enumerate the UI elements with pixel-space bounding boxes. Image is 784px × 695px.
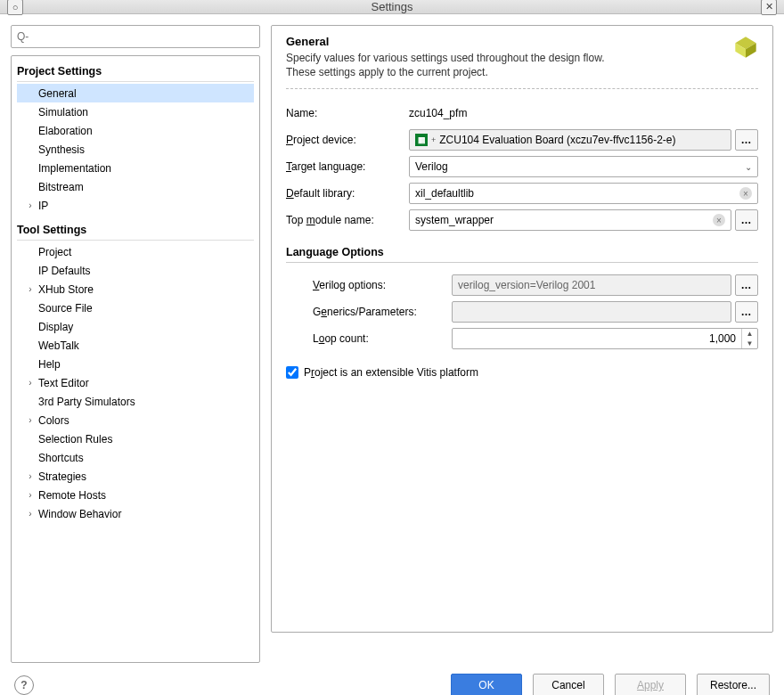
- expand-icon[interactable]: ›: [22, 378, 38, 388]
- tool-settings-item-3rd-party-simulators[interactable]: 3rd Party Simulators: [17, 392, 254, 411]
- cancel-button[interactable]: Cancel: [533, 674, 604, 695]
- help-button[interactable]: ?: [14, 675, 34, 695]
- tool-settings-tree: ProjectIP Defaults›XHub StoreSource File…: [17, 242, 254, 523]
- apply-button[interactable]: Apply: [615, 674, 686, 695]
- ok-button[interactable]: OK: [451, 674, 522, 695]
- project-device-field[interactable]: ▦ + ZCU104 Evaluation Board (xczu7ev-ffv…: [409, 129, 731, 151]
- tool-settings-item-xhub-store[interactable]: ›XHub Store: [17, 280, 254, 298]
- tree-item-label: WebTalk: [38, 339, 79, 352]
- default-library-label: Default library:: [286, 187, 402, 200]
- tool-settings-item-strategies[interactable]: ›Strategies: [17, 467, 254, 486]
- tree-item-label: Strategies: [38, 470, 86, 483]
- expand-icon[interactable]: ›: [22, 284, 38, 294]
- expand-icon[interactable]: ›: [22, 490, 38, 500]
- board-icon: ▦: [415, 134, 428, 146]
- tree-item-label: General: [38, 87, 77, 100]
- language-options-header: Language Options: [286, 246, 758, 258]
- expand-icon[interactable]: ›: [22, 415, 38, 425]
- tree-item-label: Simulation: [38, 106, 88, 119]
- tool-settings-item-webtalk[interactable]: WebTalk: [17, 336, 254, 355]
- tool-settings-item-help[interactable]: Help: [17, 355, 254, 373]
- verilog-options-field: verilog_version=Verilog 2001: [452, 274, 731, 296]
- tree-item-label: Display: [38, 321, 73, 333]
- target-language-label: Target language:: [286, 160, 402, 173]
- tool-settings-item-colors[interactable]: ›Colors: [17, 411, 254, 429]
- tool-settings-item-text-editor[interactable]: ›Text Editor: [17, 373, 254, 392]
- project-settings-item-ip[interactable]: ›IP: [17, 196, 254, 215]
- verilog-options-label: Verilog options:: [313, 279, 445, 291]
- tool-settings-item-remote-hosts[interactable]: ›Remote Hosts: [17, 486, 254, 504]
- tree-item-label: IP: [38, 200, 48, 212]
- tool-settings-item-selection-rules[interactable]: Selection Rules: [17, 429, 254, 448]
- expand-icon[interactable]: ›: [22, 509, 38, 519]
- tree-item-label: Window Behavior: [38, 508, 121, 520]
- tree-item-label: Source File: [38, 302, 93, 315]
- close-window-button[interactable]: ✕: [761, 0, 777, 15]
- project-device-label: Project device:: [286, 134, 402, 146]
- project-settings-item-bitstream[interactable]: Bitstream: [17, 177, 254, 196]
- generics-browse-button[interactable]: …: [735, 301, 758, 323]
- tool-settings-item-ip-defaults[interactable]: IP Defaults: [17, 261, 254, 280]
- project-device-browse-button[interactable]: …: [735, 129, 758, 151]
- top-module-label: Top module name:: [286, 214, 402, 226]
- tree-item-label: IP Defaults: [38, 265, 90, 277]
- project-settings-tree: GeneralSimulationElaborationSynthesisImp…: [17, 84, 254, 215]
- project-settings-item-elaboration[interactable]: Elaboration: [17, 121, 254, 140]
- verilog-options-browse-button[interactable]: …: [735, 274, 758, 296]
- dialog-button-bar: ? OK Cancel Apply Restore...: [0, 674, 784, 695]
- project-settings-header: Project Settings: [17, 61, 254, 82]
- tree-item-label: Colors: [38, 414, 69, 427]
- name-label: Name:: [286, 107, 402, 119]
- tree-item-label: XHub Store: [38, 283, 94, 296]
- tool-settings-item-project[interactable]: Project: [17, 242, 254, 261]
- search-input[interactable]: [11, 25, 260, 48]
- extensible-platform-checkbox[interactable]: [286, 366, 298, 379]
- default-library-input[interactable]: xil_defaultlib ×: [409, 183, 758, 204]
- project-settings-item-implementation[interactable]: Implementation: [17, 159, 254, 177]
- clear-icon[interactable]: ×: [713, 214, 725, 226]
- expand-icon[interactable]: ›: [22, 200, 38, 210]
- clear-icon[interactable]: ×: [739, 187, 752, 200]
- project-settings-item-simulation[interactable]: Simulation: [17, 102, 254, 121]
- expand-icon[interactable]: ›: [22, 471, 38, 481]
- settings-nav-panel: Project Settings GeneralSimulationElabor…: [11, 55, 260, 663]
- tree-item-label: Text Editor: [38, 377, 89, 389]
- tree-item-label: Bitstream: [38, 181, 84, 193]
- tree-item-label: Implementation: [38, 162, 111, 175]
- tree-item-label: Remote Hosts: [38, 489, 106, 502]
- tree-item-label: Synthesis: [38, 143, 85, 156]
- tool-settings-item-display[interactable]: Display: [17, 317, 254, 336]
- top-module-input[interactable]: system_wrapper ×: [409, 209, 731, 231]
- restore-button[interactable]: Restore...: [697, 674, 770, 695]
- vivado-logo-icon: [733, 35, 758, 60]
- spinner-up-icon[interactable]: ▲: [742, 329, 757, 339]
- chevron-down-icon: ⌄: [745, 162, 752, 172]
- spinner-down-icon[interactable]: ▼: [742, 339, 757, 348]
- generics-label: Generics/Parameters:: [313, 306, 445, 318]
- tree-item-label: Project: [38, 246, 71, 258]
- tool-settings-item-window-behavior[interactable]: ›Window Behavior: [17, 504, 254, 523]
- window-menu-button[interactable]: ○: [7, 0, 23, 15]
- loop-count-label: Loop count:: [313, 332, 445, 345]
- tree-item-label: Elaboration: [38, 125, 93, 137]
- title-bar: ○ Settings ✕: [0, 0, 784, 14]
- project-settings-item-synthesis[interactable]: Synthesis: [17, 140, 254, 159]
- tool-settings-item-source-file[interactable]: Source File: [17, 298, 254, 317]
- target-language-dropdown[interactable]: Verilog ⌄: [409, 156, 758, 177]
- tree-item-label: Selection Rules: [38, 433, 112, 446]
- window-title: Settings: [0, 0, 784, 13]
- project-settings-item-general[interactable]: General: [17, 84, 254, 102]
- tree-item-label: 3rd Party Simulators: [38, 396, 135, 408]
- tree-item-label: Help: [38, 358, 61, 371]
- generics-field: [452, 301, 731, 323]
- tool-settings-item-shortcuts[interactable]: Shortcuts: [17, 448, 254, 467]
- project-name-value: zcu104_pfm: [409, 107, 467, 119]
- panel-description: Specify values for various settings used…: [286, 51, 726, 79]
- general-settings-panel: General Specify values for various setti…: [271, 25, 773, 633]
- panel-title: General: [286, 35, 726, 48]
- loop-count-spinner[interactable]: 1,000 ▲ ▼: [452, 328, 758, 349]
- top-module-browse-button[interactable]: …: [735, 209, 758, 231]
- tool-settings-header: Tool Settings: [17, 220, 254, 241]
- extensible-platform-label: Project is an extensible Vitis platform: [304, 366, 478, 379]
- tree-item-label: Shortcuts: [38, 452, 84, 464]
